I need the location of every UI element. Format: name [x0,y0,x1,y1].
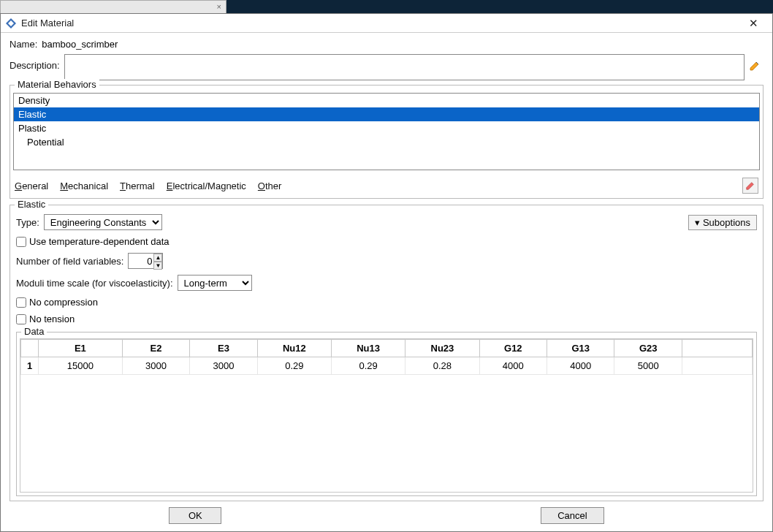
menu-general[interactable]: General [15,180,48,191]
suboptions-label: Suboptions [703,217,750,228]
behavior-item-density[interactable]: Density [14,94,759,107]
app-icon [5,18,17,29]
behaviors-list[interactable]: DensityElasticPlasticPotential [13,93,760,170]
data-grid[interactable]: E1E2E3Nu12Nu13Nu23G12G13G231150003000300… [20,338,753,493]
dialog-button-row: OK Cancel [9,501,764,527]
col-header-e2[interactable]: E2 [122,340,189,357]
window-title: Edit Material [21,18,739,28]
titlebar: Edit Material ✕ [1,14,772,33]
table-cell[interactable]: 0.29 [257,357,331,375]
name-row: Name: bamboo_scrimber [9,39,764,50]
type-row: Type: Engineering Constants ▾ Suboptions [16,214,757,230]
elastic-group: Elastic Type: Engineering Constants ▾ Su… [9,205,764,501]
elastic-legend: Elastic [15,199,48,210]
no-tension-label: No tension [29,314,75,324]
field-vars-label: Number of field variables: [16,256,123,267]
description-label: Description: [9,60,60,71]
col-header-g12[interactable]: G12 [479,340,547,357]
menu-mechanical[interactable]: Mechanical [60,180,108,191]
use-temp-checkbox[interactable] [16,237,26,247]
menu-thermal[interactable]: Thermal [120,180,155,191]
window-close-button[interactable]: ✕ [739,14,768,33]
col-header-nu13[interactable]: Nu13 [331,340,405,357]
behavior-item-plastic[interactable]: Plastic [14,121,759,135]
material-behaviors-group: Material Behaviors DensityElasticPlastic… [9,85,764,199]
col-header-e3[interactable]: E3 [190,340,257,357]
table-row[interactable]: 115000300030000.290.290.28400040005000 [21,357,753,375]
edit-description-icon[interactable] [749,60,764,75]
suboptions-button[interactable]: ▾ Suboptions [688,215,757,230]
table-cell[interactable]: 3000 [122,357,189,375]
col-header-nu12[interactable]: Nu12 [257,340,331,357]
col-header-g13[interactable]: G13 [547,340,614,357]
table-cell[interactable]: 4000 [479,357,547,375]
type-select[interactable]: Engineering Constants [44,214,162,230]
table-cell[interactable]: 5000 [614,357,682,375]
no-compression-checkbox[interactable] [16,297,26,308]
menu-electrical-magnetic[interactable]: Electrical/Magnetic [167,180,246,191]
col-header-g23[interactable]: G23 [614,340,682,357]
use-temp-label: Use temperature-dependent data [29,236,170,247]
background-tab: × [0,0,226,13]
data-group: Data E1E2E3Nu12Nu13Nu23G12G13G2311500030… [16,332,757,496]
table-cell[interactable]: 4000 [547,357,614,375]
material-behaviors-legend: Material Behaviors [15,79,99,90]
moduli-label: Moduli time scale (for viscoelasticity): [16,278,173,289]
name-label: Name: [9,39,37,50]
description-input[interactable] [64,54,745,80]
description-row: Description: [9,54,764,80]
delete-behavior-button[interactable] [742,178,758,194]
cancel-button[interactable]: Cancel [541,507,603,524]
behaviors-menubar: General Mechanical Thermal Electrical/Ma… [10,175,763,198]
moduli-select[interactable]: Long-term [178,275,252,291]
name-value: bamboo_scrimber [42,39,118,50]
col-header-nu23[interactable]: Nu23 [405,340,479,357]
behavior-item-elastic[interactable]: Elastic [14,107,759,121]
edit-material-dialog: Edit Material ✕ Name: bamboo_scrimber De… [0,13,773,532]
dropdown-triangle-icon: ▾ [695,217,700,228]
data-legend: Data [21,326,47,337]
no-compression-label: No compression [29,297,98,308]
ok-button[interactable]: OK [169,507,221,524]
no-tension-checkbox[interactable] [16,314,26,324]
menu-other[interactable]: Other [258,180,282,191]
bg-tab-close-icon[interactable]: × [217,2,221,11]
table-cell[interactable]: 0.29 [331,357,405,375]
behavior-item-potential[interactable]: Potential [14,135,759,149]
field-vars-spin-up[interactable]: ▲ [153,254,162,262]
table-cell[interactable]: 3000 [190,357,257,375]
field-vars-spin-down[interactable]: ▼ [153,262,162,270]
col-header-e1[interactable]: E1 [39,340,123,357]
type-label: Type: [16,217,39,228]
table-cell[interactable]: 15000 [39,357,123,375]
dialog-body: Name: bamboo_scrimber Description: Mater… [1,33,772,531]
table-cell[interactable]: 0.28 [405,357,479,375]
